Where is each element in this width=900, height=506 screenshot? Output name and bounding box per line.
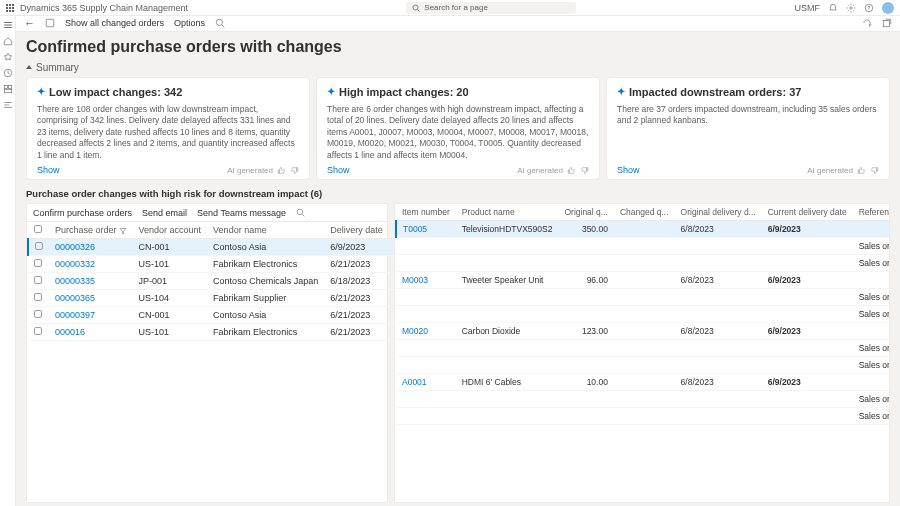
search-icon[interactable] bbox=[215, 18, 225, 28]
topbar: Dynamics 365 Supply Chain Management Sea… bbox=[0, 0, 900, 16]
page-title: Confirmed purchase orders with changes bbox=[26, 38, 890, 56]
card-low-impact: ✦Low impact changes: 342 There are 108 o… bbox=[26, 77, 310, 180]
po-cell[interactable]: 00000397 bbox=[49, 307, 133, 324]
po-cell[interactable]: 00000326 bbox=[49, 239, 133, 256]
svg-point-2 bbox=[850, 6, 853, 9]
po-grid-commands: Confirm purchase orders Send email Send … bbox=[27, 204, 387, 222]
svg-rect-9 bbox=[46, 20, 54, 28]
command-bar: ← Show all changed orders Options bbox=[16, 16, 900, 32]
table-row[interactable]: Sales order 000248 6/8/2023 3.00 bbox=[396, 391, 890, 408]
po-grid-panel: Confirm purchase orders Send email Send … bbox=[26, 203, 388, 503]
table-row[interactable]: 00000397 CN-001Contoso Asia 6/21/2023 bbox=[28, 307, 446, 324]
summary-header[interactable]: Summary bbox=[26, 62, 890, 73]
show-link[interactable]: Show bbox=[327, 165, 350, 175]
waffle-icon[interactable] bbox=[6, 4, 14, 12]
thumbs-down-icon[interactable] bbox=[870, 166, 879, 175]
table-row[interactable]: A0001 HDMI 6' Cables 10.00 6/8/2023 6/9/… bbox=[396, 374, 890, 391]
table-row[interactable]: Sales order 000686 6/8/2023 35.00 bbox=[396, 238, 890, 255]
ai-generated-label: AI generated bbox=[807, 166, 853, 175]
svg-text:?: ? bbox=[868, 4, 871, 10]
filter-icon[interactable] bbox=[119, 227, 127, 235]
thumbs-up-icon[interactable] bbox=[567, 166, 576, 175]
row-checkbox[interactable] bbox=[34, 259, 42, 267]
row-checkbox[interactable] bbox=[34, 310, 42, 318]
row-checkbox[interactable] bbox=[34, 276, 42, 284]
refresh-icon[interactable] bbox=[862, 18, 872, 28]
select-all-checkbox[interactable] bbox=[34, 225, 42, 233]
gear-icon[interactable] bbox=[846, 3, 856, 13]
table-row[interactable]: 00000326 CN-001Contoso Asia 6/9/2023 bbox=[28, 239, 446, 256]
table-row[interactable]: M0020 Carbon Dioxide 123.00 6/8/2023 6/9… bbox=[396, 323, 890, 340]
svg-point-10 bbox=[216, 20, 222, 26]
row-checkbox[interactable] bbox=[34, 293, 42, 301]
thumbs-up-icon[interactable] bbox=[857, 166, 866, 175]
svg-line-11 bbox=[222, 25, 225, 28]
table-row[interactable]: 000016 US-101Fabrikam Electronics 6/21/2… bbox=[28, 324, 446, 341]
po-section-header: Purchase order changes with high risk fo… bbox=[26, 188, 890, 199]
svg-rect-12 bbox=[883, 21, 889, 27]
app-name: Dynamics 365 Supply Chain Management bbox=[20, 3, 188, 13]
chevron-up-icon bbox=[26, 65, 32, 69]
po-cell[interactable]: 000016 bbox=[49, 324, 133, 341]
workspace-icon[interactable] bbox=[3, 84, 13, 94]
back-button[interactable]: ← bbox=[24, 17, 35, 29]
table-row[interactable]: 00000335 JP-001Contoso Chemicals Japan 6… bbox=[28, 273, 446, 290]
po-cell[interactable]: 00000365 bbox=[49, 290, 133, 307]
ai-generated-label: AI generated bbox=[227, 166, 273, 175]
company-picker[interactable]: USMF bbox=[795, 3, 821, 13]
show-link[interactable]: Show bbox=[37, 165, 60, 175]
show-all-changed[interactable]: Show all changed orders bbox=[65, 18, 164, 28]
table-row[interactable]: Sales order 000321 6/8/2023 28.80 bbox=[396, 306, 890, 323]
svg-rect-8 bbox=[4, 90, 12, 93]
ai-generated-label: AI generated bbox=[517, 166, 563, 175]
modules-icon[interactable] bbox=[3, 100, 13, 110]
clock-icon[interactable] bbox=[3, 68, 13, 78]
search-icon[interactable] bbox=[296, 208, 305, 217]
bell-icon[interactable] bbox=[828, 3, 838, 13]
detail-grid[interactable]: Item number Product name Original q... C… bbox=[395, 204, 890, 425]
row-checkbox[interactable] bbox=[34, 327, 42, 335]
save-icon[interactable] bbox=[45, 18, 55, 28]
po-cell[interactable]: 00000332 bbox=[49, 256, 133, 273]
table-row[interactable]: Sales order 000013 6/8/2023 28.80 bbox=[396, 289, 890, 306]
table-row[interactable]: Sales order 000616 6/8/2023 12.30 bbox=[396, 357, 890, 374]
options-tab[interactable]: Options bbox=[174, 18, 205, 28]
svg-line-1 bbox=[418, 9, 420, 11]
table-row[interactable]: Sales order 000143 6/8/2023 35.00 bbox=[396, 255, 890, 272]
avatar[interactable] bbox=[882, 2, 894, 14]
thumbs-down-icon[interactable] bbox=[290, 166, 299, 175]
help-icon[interactable]: ? bbox=[864, 3, 874, 13]
row-checkbox[interactable] bbox=[35, 242, 43, 250]
svg-point-13 bbox=[297, 209, 303, 215]
card-downstream: ✦Impacted downstream orders: 37 There ar… bbox=[606, 77, 890, 180]
table-row[interactable]: Sales order 000209 6/8/2023 2.00 bbox=[396, 408, 890, 425]
table-row[interactable]: 00000365 US-104Fabrikam Supplier 6/21/20… bbox=[28, 290, 446, 307]
thumbs-down-icon[interactable] bbox=[580, 166, 589, 175]
table-row[interactable]: M0003 Tweeter Speaker Unit 96.00 6/8/202… bbox=[396, 272, 890, 289]
table-row[interactable]: 00000332 US-101Fabrikam Electronics 6/21… bbox=[28, 256, 446, 273]
hamburger-icon[interactable] bbox=[3, 20, 13, 30]
svg-rect-6 bbox=[4, 85, 7, 88]
table-row[interactable]: T0005 TelevisionHDTVX590S2 350.00 6/8/20… bbox=[396, 221, 890, 238]
po-cell[interactable]: 00000335 bbox=[49, 273, 133, 290]
po-grid[interactable]: Purchase order Vendor account Vendor nam… bbox=[27, 222, 446, 341]
confirm-button[interactable]: Confirm purchase orders bbox=[33, 208, 132, 218]
svg-rect-7 bbox=[8, 85, 11, 88]
search-icon bbox=[412, 4, 420, 12]
svg-line-14 bbox=[302, 214, 304, 216]
left-nav bbox=[0, 16, 16, 506]
table-row[interactable]: Sales order 000404 6/8/2023 12.30 bbox=[396, 340, 890, 357]
home-icon[interactable] bbox=[3, 36, 13, 46]
sparkle-icon: ✦ bbox=[327, 86, 335, 97]
send-email-button[interactable]: Send email bbox=[142, 208, 187, 218]
send-teams-button[interactable]: Send Teams message bbox=[197, 208, 286, 218]
show-link[interactable]: Show bbox=[617, 165, 640, 175]
global-search[interactable]: Search for a page bbox=[406, 2, 576, 14]
star-icon[interactable] bbox=[3, 52, 13, 62]
card-high-impact: ✦High impact changes: 20 There are 6 ord… bbox=[316, 77, 600, 180]
thumbs-up-icon[interactable] bbox=[277, 166, 286, 175]
popout-icon[interactable] bbox=[882, 18, 892, 28]
search-placeholder: Search for a page bbox=[424, 3, 488, 12]
detail-grid-panel: Item number Product name Original q... C… bbox=[394, 203, 890, 503]
svg-point-0 bbox=[413, 5, 418, 10]
